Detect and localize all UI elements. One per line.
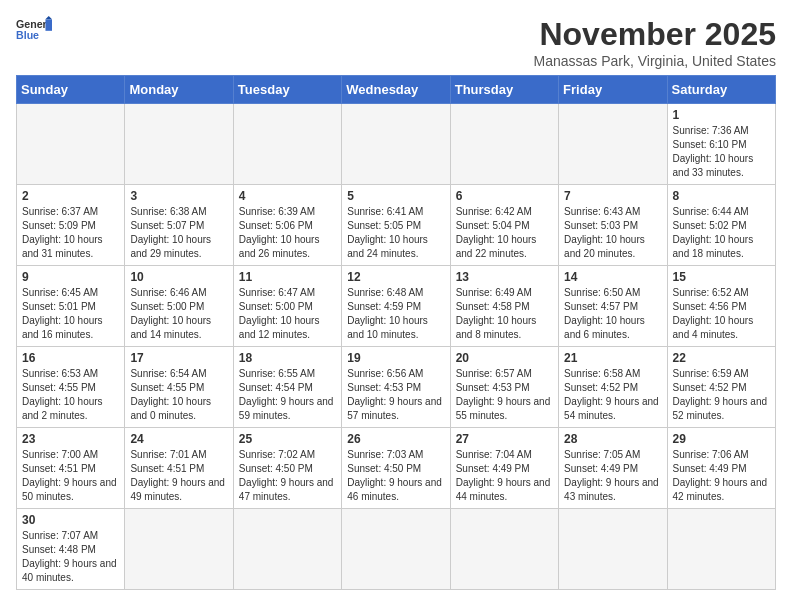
calendar-day-cell — [233, 104, 341, 185]
calendar-day-cell: 6Sunrise: 6:42 AM Sunset: 5:04 PM Daylig… — [450, 185, 558, 266]
day-info: Sunrise: 6:53 AM Sunset: 4:55 PM Dayligh… — [22, 367, 119, 423]
calendar-day-cell — [125, 104, 233, 185]
day-number: 18 — [239, 351, 336, 365]
weekday-header-row: SundayMondayTuesdayWednesdayThursdayFrid… — [17, 76, 776, 104]
calendar-day-cell — [342, 104, 450, 185]
day-number: 11 — [239, 270, 336, 284]
calendar-week-row: 16Sunrise: 6:53 AM Sunset: 4:55 PM Dayli… — [17, 347, 776, 428]
calendar-day-cell: 21Sunrise: 6:58 AM Sunset: 4:52 PM Dayli… — [559, 347, 667, 428]
calendar-day-cell: 8Sunrise: 6:44 AM Sunset: 5:02 PM Daylig… — [667, 185, 775, 266]
day-info: Sunrise: 6:43 AM Sunset: 5:03 PM Dayligh… — [564, 205, 661, 261]
day-number: 6 — [456, 189, 553, 203]
day-number: 13 — [456, 270, 553, 284]
calendar-day-cell: 3Sunrise: 6:38 AM Sunset: 5:07 PM Daylig… — [125, 185, 233, 266]
day-info: Sunrise: 7:01 AM Sunset: 4:51 PM Dayligh… — [130, 448, 227, 504]
day-number: 4 — [239, 189, 336, 203]
day-number: 22 — [673, 351, 770, 365]
calendar-day-cell — [667, 509, 775, 590]
calendar-day-cell: 29Sunrise: 7:06 AM Sunset: 4:49 PM Dayli… — [667, 428, 775, 509]
day-info: Sunrise: 7:06 AM Sunset: 4:49 PM Dayligh… — [673, 448, 770, 504]
calendar-day-cell: 30Sunrise: 7:07 AM Sunset: 4:48 PM Dayli… — [17, 509, 125, 590]
day-number: 24 — [130, 432, 227, 446]
page-header: General Blue November 2025 Manassas Park… — [16, 16, 776, 69]
calendar-day-cell: 13Sunrise: 6:49 AM Sunset: 4:58 PM Dayli… — [450, 266, 558, 347]
day-info: Sunrise: 7:02 AM Sunset: 4:50 PM Dayligh… — [239, 448, 336, 504]
calendar-day-cell: 11Sunrise: 6:47 AM Sunset: 5:00 PM Dayli… — [233, 266, 341, 347]
month-title: November 2025 — [533, 16, 776, 53]
calendar-day-cell: 2Sunrise: 6:37 AM Sunset: 5:09 PM Daylig… — [17, 185, 125, 266]
day-info: Sunrise: 7:36 AM Sunset: 6:10 PM Dayligh… — [673, 124, 770, 180]
day-number: 10 — [130, 270, 227, 284]
day-number: 17 — [130, 351, 227, 365]
day-number: 21 — [564, 351, 661, 365]
weekday-header-tuesday: Tuesday — [233, 76, 341, 104]
weekday-header-sunday: Sunday — [17, 76, 125, 104]
calendar-day-cell — [450, 509, 558, 590]
calendar-day-cell: 19Sunrise: 6:56 AM Sunset: 4:53 PM Dayli… — [342, 347, 450, 428]
day-number: 15 — [673, 270, 770, 284]
day-number: 3 — [130, 189, 227, 203]
weekday-header-monday: Monday — [125, 76, 233, 104]
day-info: Sunrise: 7:07 AM Sunset: 4:48 PM Dayligh… — [22, 529, 119, 585]
day-info: Sunrise: 6:45 AM Sunset: 5:01 PM Dayligh… — [22, 286, 119, 342]
calendar-week-row: 9Sunrise: 6:45 AM Sunset: 5:01 PM Daylig… — [17, 266, 776, 347]
day-info: Sunrise: 6:49 AM Sunset: 4:58 PM Dayligh… — [456, 286, 553, 342]
calendar-day-cell: 14Sunrise: 6:50 AM Sunset: 4:57 PM Dayli… — [559, 266, 667, 347]
calendar-day-cell: 1Sunrise: 7:36 AM Sunset: 6:10 PM Daylig… — [667, 104, 775, 185]
calendar-day-cell: 22Sunrise: 6:59 AM Sunset: 4:52 PM Dayli… — [667, 347, 775, 428]
weekday-header-saturday: Saturday — [667, 76, 775, 104]
day-info: Sunrise: 6:50 AM Sunset: 4:57 PM Dayligh… — [564, 286, 661, 342]
calendar-day-cell: 4Sunrise: 6:39 AM Sunset: 5:06 PM Daylig… — [233, 185, 341, 266]
calendar-day-cell: 23Sunrise: 7:00 AM Sunset: 4:51 PM Dayli… — [17, 428, 125, 509]
day-number: 9 — [22, 270, 119, 284]
day-info: Sunrise: 6:42 AM Sunset: 5:04 PM Dayligh… — [456, 205, 553, 261]
day-number: 16 — [22, 351, 119, 365]
day-number: 20 — [456, 351, 553, 365]
title-block: November 2025 Manassas Park, Virginia, U… — [533, 16, 776, 69]
calendar-day-cell: 28Sunrise: 7:05 AM Sunset: 4:49 PM Dayli… — [559, 428, 667, 509]
day-number: 23 — [22, 432, 119, 446]
day-info: Sunrise: 6:37 AM Sunset: 5:09 PM Dayligh… — [22, 205, 119, 261]
calendar-day-cell: 10Sunrise: 6:46 AM Sunset: 5:00 PM Dayli… — [125, 266, 233, 347]
calendar-day-cell — [233, 509, 341, 590]
weekday-header-wednesday: Wednesday — [342, 76, 450, 104]
svg-marker-2 — [45, 19, 52, 30]
day-number: 2 — [22, 189, 119, 203]
day-number: 29 — [673, 432, 770, 446]
calendar-week-row: 1Sunrise: 7:36 AM Sunset: 6:10 PM Daylig… — [17, 104, 776, 185]
day-number: 19 — [347, 351, 444, 365]
calendar-day-cell: 9Sunrise: 6:45 AM Sunset: 5:01 PM Daylig… — [17, 266, 125, 347]
calendar-day-cell: 17Sunrise: 6:54 AM Sunset: 4:55 PM Dayli… — [125, 347, 233, 428]
calendar-day-cell — [450, 104, 558, 185]
day-number: 14 — [564, 270, 661, 284]
calendar-week-row: 23Sunrise: 7:00 AM Sunset: 4:51 PM Dayli… — [17, 428, 776, 509]
day-number: 30 — [22, 513, 119, 527]
calendar-day-cell — [342, 509, 450, 590]
svg-text:Blue: Blue — [16, 29, 39, 41]
day-number: 25 — [239, 432, 336, 446]
weekday-header-thursday: Thursday — [450, 76, 558, 104]
day-info: Sunrise: 6:41 AM Sunset: 5:05 PM Dayligh… — [347, 205, 444, 261]
calendar-day-cell: 12Sunrise: 6:48 AM Sunset: 4:59 PM Dayli… — [342, 266, 450, 347]
day-number: 8 — [673, 189, 770, 203]
calendar-day-cell — [559, 104, 667, 185]
day-info: Sunrise: 6:46 AM Sunset: 5:00 PM Dayligh… — [130, 286, 227, 342]
day-info: Sunrise: 7:03 AM Sunset: 4:50 PM Dayligh… — [347, 448, 444, 504]
day-number: 1 — [673, 108, 770, 122]
day-info: Sunrise: 6:55 AM Sunset: 4:54 PM Dayligh… — [239, 367, 336, 423]
calendar-day-cell: 7Sunrise: 6:43 AM Sunset: 5:03 PM Daylig… — [559, 185, 667, 266]
day-info: Sunrise: 6:38 AM Sunset: 5:07 PM Dayligh… — [130, 205, 227, 261]
day-number: 7 — [564, 189, 661, 203]
day-info: Sunrise: 6:47 AM Sunset: 5:00 PM Dayligh… — [239, 286, 336, 342]
calendar-week-row: 30Sunrise: 7:07 AM Sunset: 4:48 PM Dayli… — [17, 509, 776, 590]
calendar-day-cell: 5Sunrise: 6:41 AM Sunset: 5:05 PM Daylig… — [342, 185, 450, 266]
calendar-day-cell — [17, 104, 125, 185]
calendar-day-cell: 18Sunrise: 6:55 AM Sunset: 4:54 PM Dayli… — [233, 347, 341, 428]
calendar-day-cell: 27Sunrise: 7:04 AM Sunset: 4:49 PM Dayli… — [450, 428, 558, 509]
calendar-day-cell — [559, 509, 667, 590]
day-number: 26 — [347, 432, 444, 446]
calendar-day-cell: 26Sunrise: 7:03 AM Sunset: 4:50 PM Dayli… — [342, 428, 450, 509]
calendar-week-row: 2Sunrise: 6:37 AM Sunset: 5:09 PM Daylig… — [17, 185, 776, 266]
generalblue-logo-icon: General Blue — [16, 16, 52, 44]
day-number: 28 — [564, 432, 661, 446]
